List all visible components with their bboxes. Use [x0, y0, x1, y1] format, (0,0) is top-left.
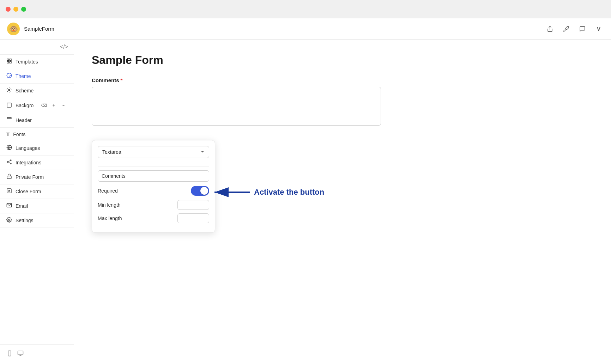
svg-point-21: [8, 219, 10, 220]
sidebar-label-header: Header: [16, 117, 32, 123]
svg-point-11: [7, 162, 8, 163]
app-logo: 🐵: [7, 23, 20, 35]
theme-icon: [6, 73, 12, 80]
sidebar-item-email[interactable]: Email: [0, 199, 74, 213]
svg-rect-1: [7, 59, 9, 61]
settings-icon: [6, 217, 12, 224]
sidebar-item-scheme[interactable]: Scheme: [0, 84, 74, 98]
sidebar-label-settings: Settings: [16, 218, 34, 223]
svg-rect-16: [7, 176, 11, 178]
svg-rect-22: [8, 351, 11, 356]
sidebar-label-email: Email: [16, 203, 28, 209]
sidebar-label-private-form: Private Form: [16, 174, 44, 180]
svg-rect-4: [10, 61, 11, 63]
sidebar-item-theme[interactable]: Theme: [0, 69, 74, 84]
sidebar: </> Templates Theme Scheme: [0, 40, 74, 364]
sidebar-label-theme: Theme: [16, 73, 31, 79]
sidebar-label-background: Backgro: [16, 103, 36, 108]
sidebar-label-scheme: Scheme: [16, 88, 34, 93]
svg-rect-2: [10, 59, 11, 61]
popup-min-length-row: Min length: [98, 200, 209, 210]
main-layout: </> Templates Theme Scheme: [0, 40, 611, 364]
sidebar-label-close-form: Close Form: [16, 189, 41, 194]
fonts-icon: T: [6, 131, 10, 137]
field-type-select[interactable]: Textarea Text Number Email Phone: [98, 146, 209, 158]
popup-required-row: Required: [98, 186, 209, 196]
popup-name-row: [98, 170, 209, 182]
mobile-view-icon[interactable]: [6, 350, 13, 358]
close-button[interactable]: [6, 7, 11, 12]
annotation: Activate the button: [212, 186, 324, 199]
sidebar-item-integrations[interactable]: Integrations: [0, 156, 74, 170]
background-icon: [6, 102, 12, 109]
logo-emoji: 🐵: [9, 25, 18, 33]
integrations-icon: [6, 159, 12, 166]
sidebar-item-close-form[interactable]: Close Form: [0, 184, 74, 199]
private-form-icon: [6, 174, 12, 181]
sidebar-label-integrations: Integrations: [16, 160, 41, 165]
desktop-view-icon[interactable]: [17, 350, 24, 358]
popup-divider: [98, 166, 209, 167]
sidebar-top: </>: [0, 40, 74, 55]
code-toggle-icon[interactable]: </>: [60, 44, 68, 50]
maximize-button[interactable]: [21, 7, 26, 12]
field-name-input[interactable]: [98, 170, 209, 182]
scheme-icon: [6, 87, 12, 94]
content-area: Sample Form Comments * Textarea Text Num…: [74, 40, 611, 364]
templates-icon: [6, 58, 12, 65]
sidebar-label-fonts: Fonts: [13, 132, 25, 137]
field-label: Comments *: [92, 77, 593, 83]
languages-icon: [6, 145, 12, 152]
svg-line-15: [8, 162, 11, 163]
comment-icon[interactable]: [577, 24, 588, 34]
minimize-button[interactable]: [13, 7, 18, 12]
sidebar-item-templates[interactable]: Templates: [0, 55, 74, 69]
popup-max-length-row: Max length: [98, 213, 209, 223]
svg-rect-24: [18, 351, 23, 355]
sidebar-bottom: [0, 344, 74, 364]
sidebar-label-templates: Templates: [16, 59, 38, 65]
app-title: SampleForm: [24, 26, 540, 32]
close-form-icon: [6, 188, 12, 195]
svg-point-12: [10, 160, 11, 161]
max-length-label: Max length: [98, 216, 122, 221]
bg-actions: ⌫ + ⋯: [40, 102, 67, 109]
svg-rect-8: [7, 117, 11, 119]
app-header: 🐵 SampleForm V: [0, 18, 611, 40]
comments-textarea[interactable]: [92, 87, 381, 126]
min-length-input[interactable]: [177, 200, 209, 210]
popup-card: Textarea Text Number Email Phone Require…: [92, 140, 215, 233]
sidebar-item-settings[interactable]: Settings: [0, 213, 74, 228]
background-add-button[interactable]: +: [50, 102, 58, 109]
sidebar-item-fonts[interactable]: T Fonts: [0, 128, 74, 141]
required-toggle[interactable]: [191, 186, 209, 196]
svg-rect-3: [7, 61, 9, 63]
annotation-text: Activate the button: [254, 188, 324, 197]
header-icons: V: [545, 24, 604, 34]
sidebar-item-languages[interactable]: Languages: [0, 141, 74, 156]
sidebar-item-background[interactable]: Backgro ⌫ + ⋯: [0, 98, 74, 113]
required-star: *: [121, 77, 123, 83]
toggle-thumb: [200, 187, 208, 195]
sidebar-item-private-form[interactable]: Private Form: [0, 170, 74, 184]
max-length-input[interactable]: [177, 213, 209, 223]
form-title: Sample Form: [92, 54, 593, 67]
sidebar-item-header[interactable]: Header: [0, 113, 74, 128]
rocket-icon[interactable]: [561, 24, 571, 34]
background-more-button[interactable]: ⋯: [60, 102, 67, 109]
titlebar: [0, 0, 611, 18]
min-length-label: Min length: [98, 202, 121, 208]
annotation-arrow: [212, 186, 250, 199]
sidebar-label-languages: Languages: [16, 145, 40, 151]
header-icon: [6, 117, 12, 124]
share-icon[interactable]: [545, 24, 555, 34]
svg-rect-7: [7, 103, 11, 107]
background-delete-button[interactable]: ⌫: [40, 102, 48, 109]
svg-line-14: [8, 160, 11, 162]
avatar-icon[interactable]: V: [593, 24, 604, 34]
svg-point-6: [8, 89, 10, 91]
svg-point-13: [10, 163, 11, 164]
toggle-track: [191, 186, 209, 196]
required-label: Required: [98, 188, 118, 194]
traffic-lights: [6, 7, 26, 12]
